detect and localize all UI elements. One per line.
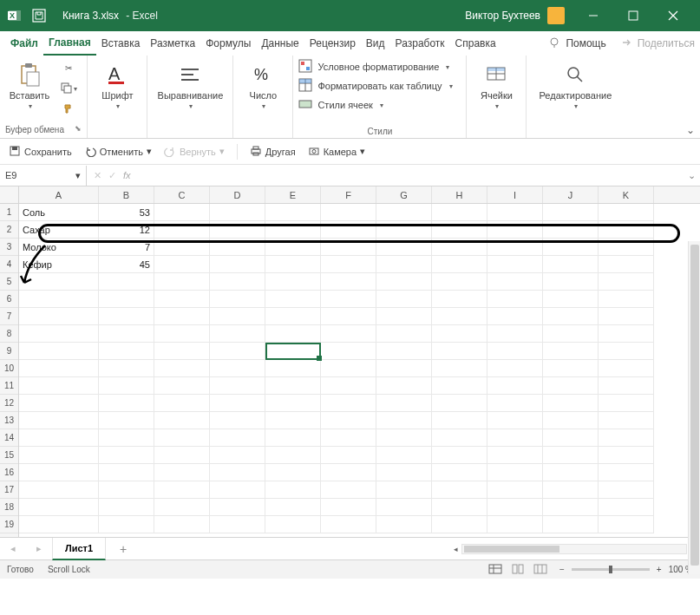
cell[interactable]	[599, 499, 654, 516]
cell[interactable]	[376, 395, 432, 412]
cell[interactable]	[210, 273, 265, 291]
cell[interactable]	[210, 412, 265, 429]
tab-file[interactable]: Файл	[5, 31, 43, 56]
column-header[interactable]: I	[487, 186, 543, 203]
cell[interactable]	[321, 377, 376, 395]
cell[interactable]	[154, 464, 210, 481]
cell[interactable]	[376, 291, 432, 308]
column-header[interactable]: E	[265, 186, 321, 203]
cell[interactable]	[19, 343, 99, 360]
column-header[interactable]: B	[99, 186, 154, 203]
cell[interactable]	[265, 377, 321, 395]
cell[interactable]	[543, 412, 599, 429]
row-header[interactable]: 8	[0, 325, 18, 343]
cell[interactable]	[210, 343, 265, 360]
cell[interactable]	[321, 499, 376, 516]
cell[interactable]	[19, 516, 99, 533]
tab-view[interactable]: Вид	[361, 31, 390, 56]
cell[interactable]	[265, 204, 321, 221]
cell[interactable]	[19, 308, 99, 325]
cell[interactable]	[265, 412, 321, 429]
cell[interactable]	[19, 377, 99, 395]
format-painter-button[interactable]	[57, 101, 80, 118]
cell[interactable]	[432, 239, 487, 256]
cell[interactable]	[321, 464, 376, 481]
cell[interactable]	[265, 221, 321, 239]
column-header[interactable]: K	[599, 186, 654, 203]
cell[interactable]: Кефир	[19, 256, 99, 273]
maximize-button[interactable]	[613, 0, 653, 31]
fill-handle[interactable]	[317, 356, 322, 361]
cell[interactable]	[19, 412, 99, 429]
cell[interactable]	[376, 204, 432, 221]
close-button[interactable]	[653, 0, 693, 31]
column-header[interactable]: D	[210, 186, 265, 203]
cell[interactable]	[543, 377, 599, 395]
cell[interactable]	[321, 481, 376, 499]
cell[interactable]	[376, 499, 432, 516]
sheet-tab[interactable]: Лист1	[52, 538, 106, 560]
cell[interactable]	[210, 239, 265, 256]
cell[interactable]	[599, 343, 654, 360]
normal-view-button[interactable]	[488, 564, 502, 576]
cell[interactable]	[487, 343, 543, 360]
cells-button[interactable]: Ячейки ▾	[472, 59, 520, 112]
row-header[interactable]: 13	[0, 412, 18, 429]
cell[interactable]: 12	[99, 221, 154, 239]
tab-insert[interactable]: Вставка	[96, 31, 146, 56]
cell[interactable]	[487, 256, 543, 273]
alignment-button[interactable]: Выравнивание ▾	[153, 59, 227, 112]
cell[interactable]	[19, 395, 99, 412]
tab-help[interactable]: Справка	[450, 31, 501, 56]
row-header[interactable]: 7	[0, 308, 18, 325]
row-header[interactable]: 15	[0, 447, 18, 464]
sheet-nav-next[interactable]: ▸	[26, 543, 52, 554]
other-button[interactable]: Другая	[250, 145, 296, 159]
cell[interactable]	[432, 499, 487, 516]
cell[interactable]	[265, 464, 321, 481]
cell[interactable]	[487, 360, 543, 377]
cell[interactable]	[599, 291, 654, 308]
cell[interactable]	[321, 447, 376, 464]
cell[interactable]	[210, 308, 265, 325]
cell[interactable]: Соль	[19, 204, 99, 221]
cell[interactable]	[543, 343, 599, 360]
cell[interactable]	[154, 360, 210, 377]
row-header[interactable]: 3	[0, 239, 18, 256]
cell[interactable]	[265, 256, 321, 273]
cell[interactable]	[487, 447, 543, 464]
tell-me[interactable]: Помощь	[548, 36, 605, 51]
cell[interactable]	[543, 221, 599, 239]
cell[interactable]	[265, 499, 321, 516]
sheet-nav-prev[interactable]: ◂	[0, 543, 26, 554]
row-header[interactable]: 6	[0, 291, 18, 308]
cell[interactable]	[154, 395, 210, 412]
cell[interactable]	[321, 343, 376, 360]
row-header[interactable]: 18	[0, 499, 18, 516]
cell[interactable]	[487, 204, 543, 221]
cell[interactable]	[210, 291, 265, 308]
minimize-button[interactable]	[573, 0, 613, 31]
cell[interactable]	[19, 447, 99, 464]
column-header[interactable]: J	[543, 186, 599, 203]
cell[interactable]	[154, 308, 210, 325]
cell[interactable]	[99, 395, 154, 412]
zoom-out-button[interactable]: −	[559, 565, 565, 574]
cell[interactable]	[265, 429, 321, 447]
cell[interactable]	[19, 291, 99, 308]
cell[interactable]	[99, 464, 154, 481]
cell[interactable]	[321, 204, 376, 221]
column-header[interactable]: F	[321, 186, 376, 203]
paste-button[interactable]: Вставить ▾	[5, 59, 54, 112]
cell[interactable]	[487, 481, 543, 499]
cell[interactable]	[432, 464, 487, 481]
cell[interactable]	[19, 360, 99, 377]
cell[interactable]	[210, 325, 265, 343]
cell[interactable]	[265, 516, 321, 533]
cell[interactable]	[265, 308, 321, 325]
cell[interactable]	[265, 325, 321, 343]
cell[interactable]	[487, 325, 543, 343]
cell[interactable]	[154, 239, 210, 256]
row-header[interactable]: 10	[0, 360, 18, 377]
cell[interactable]	[376, 516, 432, 533]
